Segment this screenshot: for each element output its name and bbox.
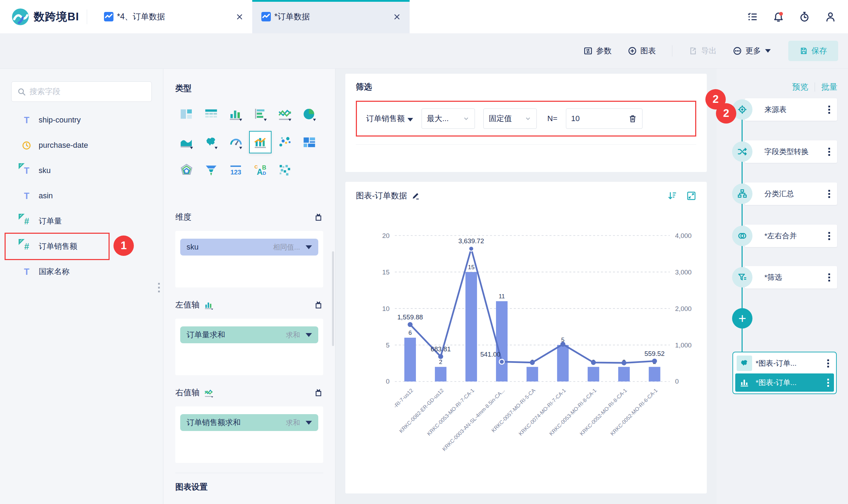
n-value-input[interactable] — [571, 114, 606, 123]
chart-type-grid: 123 CABD — [175, 103, 323, 181]
left-axis-dropzone[interactable]: 订单量求和 求和 — [175, 319, 323, 375]
filter-operator-select[interactable]: 最大... — [422, 108, 475, 129]
user-icon[interactable] — [825, 11, 836, 22]
bell-icon[interactable] — [773, 11, 784, 22]
filter-value-type-select[interactable]: 固定值 — [483, 108, 537, 129]
node-chart-bar-selected[interactable]: *图表-订单... — [735, 373, 834, 392]
params-label: 参数 — [596, 46, 612, 56]
node-group-summary[interactable]: 分类汇总 — [717, 183, 848, 205]
close-icon[interactable] — [393, 13, 400, 20]
number-field-icon: #✓ — [22, 241, 32, 252]
line-series-icon[interactable] — [204, 388, 214, 398]
chevron-down-icon[interactable] — [306, 421, 312, 425]
type-bar-horizontal-icon[interactable] — [249, 103, 272, 125]
type-number-card-icon[interactable]: 123 — [224, 159, 247, 181]
batch-link[interactable]: 批量 — [821, 81, 837, 92]
kebab-menu-icon[interactable] — [827, 104, 831, 115]
type-area-icon[interactable] — [175, 131, 198, 153]
bar-chart-icon — [737, 378, 752, 387]
field-item-sku[interactable]: T✓ sku — [0, 158, 163, 183]
export-button[interactable]: 导出 — [689, 46, 717, 56]
type-treemap-icon[interactable] — [298, 131, 321, 153]
edit-pencil-icon[interactable] — [411, 192, 420, 200]
clear-icon[interactable] — [314, 212, 323, 222]
field-item-purchase-date[interactable]: purchase-date — [0, 133, 163, 158]
node-field-type-convert[interactable]: 字段类型转换 — [717, 140, 848, 163]
type-table-icon[interactable] — [200, 103, 222, 125]
params-button[interactable]: 参数 — [583, 46, 612, 56]
node-label: 分类汇总 — [764, 189, 794, 199]
chart-node-group: *图表-订单... *图表-订单... — [732, 352, 837, 394]
panel-resize-handle[interactable] — [158, 283, 160, 292]
kebab-menu-icon[interactable] — [827, 146, 831, 157]
timer-icon[interactable] — [799, 11, 810, 22]
dimension-dropzone[interactable]: sku 相同值... — [175, 231, 323, 287]
kebab-menu-icon[interactable] — [827, 188, 831, 199]
chevron-down-icon[interactable] — [306, 333, 312, 337]
svg-text:11: 11 — [499, 293, 505, 300]
left-axis-pill-order-qty-sum[interactable]: 订单量求和 求和 — [180, 326, 318, 343]
svg-text:-RI-7-us12: -RI-7-us12 — [392, 387, 414, 409]
kebab-menu-icon[interactable] — [827, 272, 831, 283]
type-layout-card-icon[interactable] — [175, 103, 198, 125]
tab-order-data[interactable]: *订单数据 — [252, 0, 410, 33]
toolbar-divider — [672, 45, 672, 57]
field-item-order-sales[interactable]: #✓ 订单销售额 1 — [0, 234, 163, 259]
type-funnel-icon[interactable] — [200, 159, 222, 181]
bar-series-icon[interactable] — [204, 300, 214, 310]
kebab-menu-icon[interactable] — [827, 231, 831, 241]
dimension-pill-sku[interactable]: sku 相同值... — [180, 239, 318, 256]
svg-text:2,000: 2,000 — [675, 305, 692, 312]
add-node-button[interactable]: + — [732, 308, 752, 329]
combo-chart[interactable]: 0051,000102,000153,000204,00062151125222… — [356, 203, 696, 480]
field-label: sku — [39, 166, 51, 175]
svg-text:123: 123 — [230, 168, 241, 176]
type-bar-icon[interactable] — [224, 103, 247, 125]
right-axis-dropzone[interactable]: 订单销售额求和 求和 — [175, 406, 323, 463]
sort-descending-icon[interactable] — [667, 191, 677, 201]
pipeline-panel: 预览 批量 来源表 2 字段类型转换 — [717, 69, 848, 504]
node-source-table[interactable]: 来源表 2 — [717, 98, 848, 121]
type-scatter-icon[interactable] — [274, 131, 296, 153]
save-button[interactable]: 保存 — [788, 41, 838, 61]
trash-icon[interactable] — [628, 114, 637, 123]
type-line-icon[interactable] — [274, 103, 296, 125]
type-pixel-heatmap-icon[interactable] — [274, 159, 296, 181]
node-label: 字段类型转换 — [764, 147, 809, 157]
filter-field-dropdown[interactable]: 订单销售额 — [366, 113, 413, 124]
tab-order-data-4[interactable]: *4、订单数据 — [95, 0, 252, 33]
type-pie-icon[interactable] — [298, 103, 321, 125]
clear-icon[interactable] — [314, 300, 323, 310]
svg-text:0: 0 — [675, 378, 679, 385]
more-button[interactable]: 更多 — [733, 46, 771, 56]
kebab-menu-icon[interactable] — [826, 358, 830, 369]
field-item-asin[interactable]: T asin — [0, 183, 163, 208]
chart-tab-icon — [261, 12, 271, 21]
chevron-down-icon — [524, 115, 531, 122]
node-chart-map[interactable]: *图表-订单... — [735, 354, 834, 372]
type-radar-icon[interactable] — [175, 159, 198, 181]
search-input[interactable] — [30, 87, 146, 96]
kebab-menu-icon[interactable] — [826, 377, 830, 388]
fullscreen-expand-icon[interactable] — [686, 191, 696, 201]
field-search[interactable] — [11, 81, 152, 102]
field-item-order-qty[interactable]: #✓ 订单量 — [0, 208, 163, 234]
task-list-icon[interactable] — [747, 11, 758, 22]
type-gauge-icon[interactable] — [224, 131, 247, 153]
chevron-down-icon[interactable] — [306, 245, 312, 249]
export-icon — [689, 46, 698, 55]
node-filter[interactable]: *筛选 — [717, 266, 848, 289]
field-item-ship-country[interactable]: T ship-country — [0, 107, 163, 133]
node-left-right-merge[interactable]: *左右合并 — [717, 225, 848, 247]
clear-icon[interactable] — [314, 388, 323, 397]
field-item-country-name[interactable]: T 国家名称 — [0, 259, 163, 284]
type-china-map-icon[interactable] — [200, 131, 222, 153]
field-label: asin — [39, 191, 53, 200]
close-icon[interactable] — [236, 13, 243, 20]
add-chart-button[interactable]: 图表 — [628, 46, 656, 56]
scrollbar[interactable] — [332, 251, 334, 346]
type-bar-line-combo-icon[interactable] — [249, 131, 272, 153]
type-word-cloud-icon[interactable]: CABD — [249, 159, 272, 181]
right-axis-pill-order-sales-sum[interactable]: 订单销售额求和 求和 — [180, 414, 318, 431]
preview-link[interactable]: 预览 — [792, 81, 808, 92]
